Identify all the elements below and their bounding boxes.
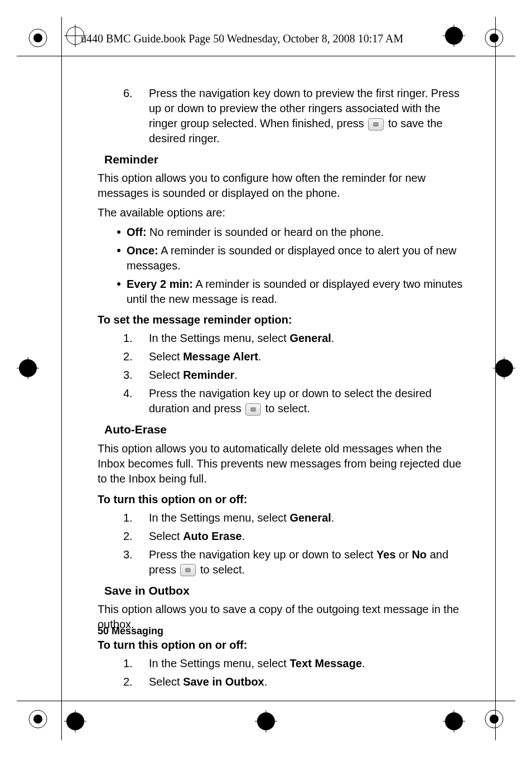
howto-heading: To turn this option on or off: — [98, 492, 463, 507]
list-number: 2. — [123, 674, 149, 690]
svg-point-1 — [33, 33, 42, 42]
text: Select — [149, 350, 183, 363]
ordered-list: 6. Press the navigation key down to prev… — [123, 86, 463, 146]
text: to select. — [265, 402, 310, 414]
svg-point-17 — [33, 715, 42, 724]
list-number: 2. — [123, 529, 149, 544]
list-text: Press the navigation key up or down to s… — [149, 386, 463, 416]
list-number: 1. — [123, 331, 149, 346]
list-item: 4. Press the navigation key up or down t… — [123, 386, 463, 416]
crop-line-top — [17, 56, 515, 56]
label: Once: — [127, 244, 158, 257]
text: Select — [149, 369, 183, 381]
ordered-list: 1. In the Settings menu, select General.… — [123, 331, 463, 416]
crop-line-left — [61, 17, 62, 740]
list-item: 2. Select Save in Outbox. — [123, 674, 463, 690]
list-text: Select Auto Erase. — [149, 529, 463, 544]
bullet-icon: • — [111, 225, 127, 240]
label: Save in Outbox — [183, 676, 264, 688]
list-item: 3. Press the navigation key up or down t… — [123, 547, 463, 577]
list-number: 3. — [123, 368, 149, 383]
list-item: 1. In the Settings menu, select General. — [123, 331, 463, 346]
registration-mark-icon — [255, 710, 277, 732]
label: Text Message — [289, 657, 362, 669]
paragraph: This option allows you to automatically … — [98, 441, 463, 486]
label: Auto Erase — [183, 530, 242, 542]
text: In the Settings menu, select — [149, 332, 289, 344]
text: A reminder is sounded or displayed once … — [127, 244, 456, 272]
text: . — [362, 657, 365, 669]
text: . — [331, 332, 335, 344]
registration-mark-icon — [483, 708, 505, 730]
menu-ok-key-icon — [180, 564, 196, 576]
ordered-list: 1. In the Settings menu, select Text Mes… — [123, 656, 463, 690]
registration-mark-icon — [27, 708, 49, 730]
text: to select. — [200, 563, 245, 576]
label: General — [289, 332, 331, 344]
label: Off: — [127, 226, 147, 238]
list-number: 1. — [123, 510, 149, 525]
text: Select — [149, 676, 183, 688]
registration-mark-icon — [483, 27, 505, 49]
text: . — [264, 676, 268, 688]
bullet-icon: • — [111, 277, 127, 307]
list-text: Off: No reminder is sounded or heard on … — [127, 225, 384, 240]
menu-ok-key-icon — [245, 403, 261, 416]
label: Every 2 min: — [127, 278, 193, 290]
label: Message Alert — [183, 350, 258, 363]
list-item: 1. In the Settings menu, select General. — [123, 510, 463, 525]
list-item: 6. Press the navigation key down to prev… — [123, 86, 463, 146]
list-text: Press the navigation key up or down to s… — [149, 547, 463, 577]
list-text: Press the navigation key down to preview… — [149, 86, 463, 146]
list-item: 1. In the Settings menu, select Text Mes… — [123, 656, 463, 671]
bullet-list: • Off: No reminder is sounded or heard o… — [111, 225, 463, 307]
registration-mark-icon — [493, 357, 515, 379]
paragraph: This option allows you to configure how … — [98, 171, 463, 201]
list-number: 4. — [123, 386, 149, 416]
registration-mark-icon — [64, 710, 86, 732]
svg-point-28 — [490, 715, 499, 724]
list-number: 3. — [123, 547, 149, 577]
ordered-list: 1. In the Settings menu, select General.… — [123, 510, 463, 577]
text: Select — [149, 530, 183, 542]
label: No — [412, 548, 427, 561]
list-text: Every 2 min: A reminder is sounded or di… — [127, 277, 463, 307]
list-number: 6. — [123, 86, 149, 146]
svg-point-9 — [490, 33, 499, 42]
bullet-icon: • — [111, 243, 127, 273]
list-item: • Off: No reminder is sounded or heard o… — [111, 225, 463, 240]
section-heading-auto-erase: Auto-Erase — [104, 422, 463, 437]
list-text: Select Save in Outbox. — [149, 674, 463, 690]
list-text: Once: A reminder is sounded or displayed… — [127, 243, 463, 273]
page-header: u440 BMC Guide.book Page 50 Wednesday, O… — [81, 32, 403, 45]
label: Reminder — [183, 369, 234, 381]
crop-line-bottom — [17, 701, 515, 701]
paragraph: The available options are: — [98, 205, 463, 220]
list-item: 3. Select Reminder. — [123, 368, 463, 383]
text: No reminder is sounded or heard on the p… — [147, 226, 384, 238]
list-text: In the Settings menu, select General. — [149, 331, 463, 346]
label: Yes — [376, 548, 395, 561]
page-footer: 50 Messaging — [98, 625, 163, 637]
section-heading-reminder: Reminder — [104, 152, 463, 167]
list-number: 1. — [123, 656, 149, 671]
list-text: In the Settings menu, select Text Messag… — [149, 656, 463, 671]
registration-mark-icon — [17, 357, 39, 379]
text: In the Settings menu, select — [149, 657, 289, 669]
text: In the Settings menu, select — [149, 512, 289, 524]
text: . — [258, 350, 262, 363]
list-item: 2. Select Message Alert. — [123, 349, 463, 364]
registration-mark-icon — [443, 25, 465, 47]
list-number: 2. — [123, 349, 149, 364]
list-item: 2. Select Auto Erase. — [123, 529, 463, 544]
list-text: In the Settings menu, select General. — [149, 510, 463, 525]
text: Press the navigation key up or down to s… — [149, 548, 376, 561]
text: or — [396, 548, 412, 561]
registration-mark-icon — [27, 27, 49, 49]
text: . — [234, 369, 238, 381]
text: . — [242, 530, 245, 542]
list-text: Select Message Alert. — [149, 349, 463, 364]
list-item: • Once: A reminder is sounded or display… — [111, 243, 463, 273]
howto-heading: To turn this option on or off: — [98, 638, 463, 653]
menu-ok-key-icon — [368, 118, 384, 131]
